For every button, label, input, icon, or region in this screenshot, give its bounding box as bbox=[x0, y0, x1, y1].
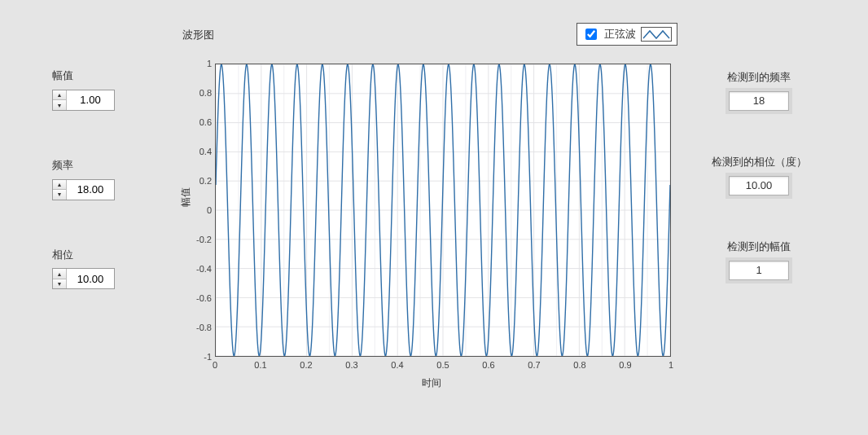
output-indicators: 检测到的频率 18 检测到的相位（度） 10.00 检测到的幅值 1 bbox=[694, 70, 824, 324]
frequency-control: 频率 ▲ ▼ bbox=[52, 158, 166, 200]
y-tick: 0.2 bbox=[184, 176, 212, 186]
phase-control: 相位 ▲ ▼ bbox=[52, 248, 166, 290]
amplitude-stepper[interactable]: ▲ ▼ bbox=[52, 90, 115, 111]
x-tick: 0.9 bbox=[619, 360, 631, 370]
chart-title: 波形图 bbox=[182, 28, 214, 42]
detected-phase-value: 10.00 bbox=[729, 176, 789, 196]
y-tick: 0.6 bbox=[184, 117, 212, 127]
y-tick: -0.8 bbox=[184, 323, 212, 332]
plot-area[interactable] bbox=[215, 64, 671, 357]
y-tick: 0.8 bbox=[184, 88, 212, 98]
amplitude-input[interactable] bbox=[67, 90, 114, 110]
amplitude-label: 幅值 bbox=[52, 68, 166, 83]
x-tick: 0.8 bbox=[573, 360, 585, 370]
detected-amplitude-group: 检测到的幅值 1 bbox=[694, 239, 824, 280]
y-tick: -0.2 bbox=[184, 235, 212, 244]
phase-label: 相位 bbox=[52, 248, 166, 262]
spin-up-icon[interactable]: ▲ bbox=[53, 269, 66, 279]
x-axis-label: 时间 bbox=[182, 376, 681, 390]
front-panel: { "inputs": { "amplitude": { "label": "幅… bbox=[0, 0, 868, 435]
phase-spin: ▲ ▼ bbox=[53, 269, 67, 288]
spin-down-icon[interactable]: ▼ bbox=[53, 100, 66, 110]
detected-phase-group: 检测到的相位（度） 10.00 bbox=[694, 155, 824, 196]
frequency-input[interactable] bbox=[67, 180, 114, 200]
detected-amplitude-value: 1 bbox=[729, 261, 789, 280]
detected-phase-label: 检测到的相位（度） bbox=[694, 155, 824, 169]
legend-swatch-icon bbox=[641, 27, 672, 42]
detected-amplitude-label: 检测到的幅值 bbox=[694, 239, 824, 254]
legend-checkbox[interactable] bbox=[585, 29, 597, 40]
amplitude-spin: ▲ ▼ bbox=[53, 90, 67, 110]
x-tick: 0.6 bbox=[482, 360, 494, 370]
waveform-chart: 波形图 正弦波 幅值 时间 10.80.60.40.20-0.2-0.4-0.6… bbox=[182, 28, 681, 399]
y-tick: -1 bbox=[184, 352, 212, 362]
detected-frequency-group: 检测到的频率 18 bbox=[694, 70, 824, 111]
chart-legend: 正弦波 bbox=[576, 23, 677, 46]
phase-stepper[interactable]: ▲ ▼ bbox=[52, 268, 115, 289]
spin-up-icon[interactable]: ▲ bbox=[53, 90, 66, 101]
phase-input[interactable] bbox=[67, 269, 114, 288]
spin-up-icon[interactable]: ▲ bbox=[53, 180, 66, 191]
detected-frequency-value: 18 bbox=[729, 91, 789, 111]
y-tick: -0.4 bbox=[184, 264, 212, 274]
y-tick: 1 bbox=[184, 59, 212, 68]
detected-frequency-label: 检测到的频率 bbox=[694, 70, 824, 85]
y-tick: 0 bbox=[184, 205, 212, 215]
frequency-stepper[interactable]: ▲ ▼ bbox=[52, 179, 115, 200]
spin-down-icon[interactable]: ▼ bbox=[53, 190, 66, 200]
frequency-label: 频率 bbox=[52, 158, 166, 173]
frequency-spin: ▲ ▼ bbox=[53, 180, 67, 200]
x-tick: 0 bbox=[213, 360, 217, 370]
x-tick: 1 bbox=[669, 360, 673, 370]
x-tick: 0.4 bbox=[391, 360, 403, 370]
x-tick: 0.1 bbox=[254, 360, 266, 370]
amplitude-control: 幅值 ▲ ▼ bbox=[52, 68, 166, 111]
spin-down-icon[interactable]: ▼ bbox=[53, 279, 66, 289]
y-axis-label: 幅值 bbox=[179, 187, 193, 207]
x-tick: 0.2 bbox=[300, 360, 312, 370]
x-tick: 0.3 bbox=[345, 360, 357, 370]
input-controls: 幅值 ▲ ▼ 频率 ▲ ▼ 相位 ▲ bbox=[52, 68, 166, 336]
y-tick: 0.4 bbox=[184, 147, 212, 156]
x-tick: 0.5 bbox=[436, 360, 449, 370]
y-tick: -0.6 bbox=[184, 293, 212, 303]
x-tick: 0.7 bbox=[528, 360, 540, 370]
plot-svg bbox=[216, 64, 670, 356]
legend-label: 正弦波 bbox=[604, 27, 636, 42]
